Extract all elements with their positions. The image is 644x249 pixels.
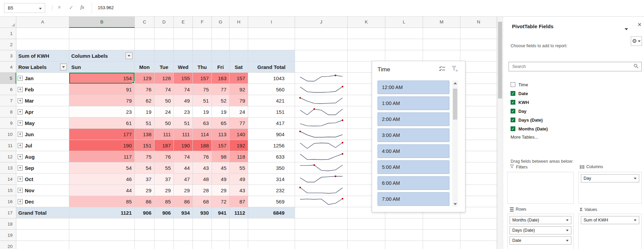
cell-D3[interactable] <box>154 50 174 61</box>
more-tables-link[interactable]: More Tables... <box>511 135 538 140</box>
cell-B15[interactable]: 44 <box>69 185 135 196</box>
cell-H1[interactable] <box>229 28 248 39</box>
cell-B2[interactable] <box>69 39 135 50</box>
column-header-E[interactable]: E <box>174 16 193 28</box>
cell-C18[interactable] <box>135 218 154 230</box>
cell-N9[interactable] <box>460 118 497 129</box>
column-header-A[interactable]: A <box>16 16 69 28</box>
cell-B8[interactable]: 23 <box>69 106 135 118</box>
cell-I10[interactable]: 904 <box>248 129 295 140</box>
cell-A12[interactable]: +Aug <box>16 151 69 162</box>
cell-G6[interactable]: 77 <box>212 84 229 95</box>
cell-E4[interactable]: Wed <box>174 61 193 73</box>
cell-C15[interactable]: 29 <box>135 185 154 196</box>
field-row-1[interactable]: ✓Date <box>511 89 640 98</box>
rows-area-item-1[interactable]: Days (Date) <box>510 226 571 234</box>
cell-I18[interactable] <box>248 218 295 230</box>
cell-H19[interactable] <box>229 230 248 241</box>
enter-icon[interactable]: ✓ <box>69 4 73 11</box>
cell-D18[interactable] <box>154 218 174 230</box>
cell-A10[interactable]: +Jun <box>16 129 69 140</box>
cell-G13[interactable]: 45 <box>212 162 229 174</box>
cell-E3[interactable] <box>174 50 193 61</box>
cell-C1[interactable] <box>135 28 154 39</box>
cell-N2[interactable] <box>460 39 497 50</box>
row-header-16[interactable]: 16 <box>0 196 16 207</box>
cell-N11[interactable] <box>460 140 497 151</box>
cell-M1[interactable] <box>423 28 460 39</box>
cell-K3[interactable] <box>348 50 385 61</box>
cell-C14[interactable]: 37 <box>135 174 154 185</box>
cell-F12[interactable]: 76 <box>193 151 212 162</box>
row-header-2[interactable]: 2 <box>0 39 16 50</box>
field-checkbox[interactable]: ✓ <box>511 91 515 96</box>
clear-filter-icon[interactable] <box>451 65 458 74</box>
cell-A8[interactable]: +Apr <box>16 106 69 118</box>
cell-G20[interactable] <box>212 241 229 249</box>
cell-K1[interactable] <box>348 28 385 39</box>
cell-N13[interactable] <box>460 162 497 174</box>
expand-button[interactable]: + <box>18 199 23 204</box>
select-all-corner[interactable] <box>0 16 16 28</box>
cell-C17[interactable]: 906 <box>135 207 154 218</box>
panel-options-chevron-icon[interactable] <box>625 25 628 32</box>
cell-G16[interactable]: 72 <box>212 196 229 207</box>
column-header-L[interactable]: L <box>385 16 423 28</box>
cell-I1[interactable] <box>248 28 295 39</box>
cell-F4[interactable]: Thu <box>193 61 212 73</box>
cell-I15[interactable]: 232 <box>248 185 295 196</box>
cell-N18[interactable] <box>460 218 497 230</box>
multi-select-icon[interactable] <box>439 65 446 74</box>
cell-J17[interactable] <box>295 207 348 218</box>
cell-H16[interactable]: 87 <box>229 196 248 207</box>
cell-E15[interactable]: 29 <box>174 185 193 196</box>
cell-F5[interactable]: 157 <box>193 73 212 84</box>
cell-B20[interactable] <box>69 241 135 249</box>
cell-N3[interactable] <box>460 50 497 61</box>
cell-H7[interactable]: 79 <box>229 95 248 106</box>
field-checkbox[interactable]: ✓ <box>511 109 515 113</box>
cell-D19[interactable] <box>154 230 174 241</box>
cell-G3[interactable] <box>212 50 229 61</box>
cell-B16[interactable]: 85 <box>69 196 135 207</box>
cell-B18[interactable] <box>69 218 135 230</box>
cell-C6[interactable]: 76 <box>135 84 154 95</box>
cell-D1[interactable] <box>154 28 174 39</box>
cell-B1[interactable] <box>69 28 135 39</box>
expand-button[interactable]: + <box>18 177 23 182</box>
cell-E18[interactable] <box>174 218 193 230</box>
cell-D5[interactable]: 128 <box>154 73 174 84</box>
field-row-5[interactable]: ✓Months (Date) <box>511 124 640 133</box>
cell-A11[interactable]: +Jul <box>16 140 69 151</box>
cell-D17[interactable]: 906 <box>154 207 174 218</box>
values-area-well[interactable]: Sum of KWH <box>578 214 642 249</box>
cell-A17[interactable]: Grand Total <box>16 207 69 218</box>
cell-A6[interactable]: +Feb <box>16 84 69 95</box>
cell-G9[interactable]: 65 <box>212 118 229 129</box>
cell-A18[interactable] <box>16 218 69 230</box>
column-header-M[interactable]: M <box>423 16 460 28</box>
search-input[interactable] <box>512 64 633 69</box>
cell-N15[interactable] <box>460 185 497 196</box>
row-header-3[interactable]: 3 <box>0 50 16 61</box>
cell-B7[interactable]: 79 <box>69 95 135 106</box>
row-header-19[interactable]: 19 <box>0 230 16 241</box>
cell-G7[interactable]: 52 <box>212 95 229 106</box>
cell-D12[interactable]: 76 <box>154 151 174 162</box>
cell-M3[interactable] <box>423 50 460 61</box>
cell-E1[interactable] <box>174 28 193 39</box>
cell-N7[interactable] <box>460 95 497 106</box>
cell-A19[interactable] <box>16 230 69 241</box>
expand-button[interactable]: + <box>18 98 23 103</box>
sparkline-Aug[interactable] <box>295 151 348 162</box>
cell-E2[interactable] <box>174 39 193 50</box>
cell-B4[interactable]: Sun <box>69 61 135 73</box>
cell-L19[interactable] <box>385 230 423 241</box>
field-checkbox[interactable] <box>511 82 515 87</box>
cell-H14[interactable]: 49 <box>229 174 248 185</box>
cell-F18[interactable] <box>193 218 212 230</box>
cell-G17[interactable]: 941 <box>212 207 229 218</box>
slicer-item-2[interactable]: 2:00 AM <box>378 112 449 126</box>
cell-F17[interactable]: 930 <box>193 207 212 218</box>
cell-D6[interactable]: 74 <box>154 84 174 95</box>
